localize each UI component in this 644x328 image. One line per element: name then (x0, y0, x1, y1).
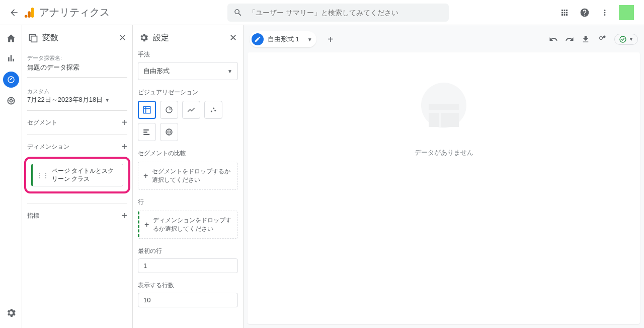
svg-point-13 (213, 108, 214, 109)
svg-point-26 (620, 36, 626, 42)
technique-value: 自由形式 (143, 67, 170, 76)
metrics-title: 指標 (27, 212, 39, 220)
rail-home-icon[interactable] (4, 31, 18, 45)
avatar[interactable] (619, 5, 634, 20)
rows-drop-text: ディメンションをドロップするか選択してください (153, 216, 232, 233)
technique-select[interactable]: 自由形式 ▼ (138, 62, 238, 80)
viz-geo-button[interactable] (160, 123, 178, 141)
viz-table-button[interactable] (138, 101, 156, 119)
rail-settings-icon[interactable] (4, 306, 18, 320)
app-title: アナリティクス (39, 6, 110, 19)
segments-title: セグメント (27, 118, 57, 127)
svg-point-12 (211, 111, 212, 112)
date-value: 7月22日～2023年8月18日 (27, 95, 103, 104)
dimension-chip-label: ページ タイトルとスクリーン クラス (52, 167, 119, 183)
dimension-chip[interactable]: ⋮⋮ ページ タイトルとスクリーン クラス (31, 164, 123, 186)
viz-scatter-button[interactable] (204, 101, 222, 119)
add-segment-button[interactable]: + (121, 117, 127, 128)
edit-icon (252, 33, 264, 45)
first-row-label: 最初の行 (138, 247, 238, 255)
viz-line-button[interactable] (182, 101, 200, 119)
canvas-tab[interactable]: 自由形式 1 ▼ (250, 31, 316, 47)
download-icon[interactable] (581, 35, 590, 44)
dropdown-icon: ▼ (227, 69, 232, 74)
svg-point-14 (214, 110, 216, 111)
date-picker[interactable]: 7月22日～2023年8月18日 ▼ (27, 95, 127, 104)
settings-panel-title: 設定 (153, 33, 225, 43)
more-icon[interactable] (599, 7, 611, 19)
variables-close-icon[interactable]: ✕ (119, 32, 126, 43)
empty-state-text: データがありません (415, 148, 473, 157)
svg-rect-16 (143, 132, 147, 133)
add-dimension-button[interactable]: + (121, 141, 127, 153)
undo-icon[interactable] (549, 35, 558, 44)
rows-shown-label: 表示する行数 (138, 281, 238, 290)
add-metric-button[interactable]: + (121, 210, 127, 222)
viz-bar-button[interactable] (138, 123, 156, 141)
first-row-input[interactable]: 1 (138, 258, 238, 273)
viz-donut-button[interactable] (160, 101, 178, 119)
dimension-chip-highlight: ⋮⋮ ページ タイトルとスクリーン クラス (24, 157, 130, 193)
svg-rect-1 (28, 11, 31, 18)
exploration-name-value[interactable]: 無題のデータ探索 (27, 63, 127, 72)
variables-icon (28, 33, 38, 43)
variables-panel-title: 変数 (42, 33, 115, 43)
empty-state-icon (414, 83, 474, 133)
add-tab-button[interactable]: + (323, 31, 339, 47)
rows-drop-area[interactable]: + ディメンションをドロップするか選択してください (138, 211, 238, 239)
search-box[interactable] (227, 4, 449, 22)
settings-close-icon[interactable]: ✕ (229, 32, 237, 43)
svg-rect-8 (143, 106, 150, 113)
help-icon[interactable] (579, 7, 591, 19)
segment-drop-area[interactable]: + セグメントをドロップするか選択してください (138, 162, 238, 190)
visualization-label: ビジュアリゼーション (138, 88, 238, 97)
dimensions-title: ディメンション (27, 143, 69, 151)
settings-icon (139, 33, 149, 43)
exploration-name-label: データ探索名: (27, 54, 127, 62)
date-label: カスタム (27, 88, 127, 95)
ga-logo-icon (24, 7, 35, 19)
canvas-body: データがありません (248, 52, 640, 324)
technique-label: 手法 (138, 50, 238, 59)
status-chip[interactable]: ▼ (614, 34, 638, 45)
drag-handle-icon: ⋮⋮ (37, 172, 49, 179)
rail-advertising-icon[interactable] (4, 94, 18, 108)
svg-point-3 (8, 77, 14, 83)
svg-rect-7 (31, 36, 37, 42)
dropdown-icon: ▼ (105, 97, 110, 103)
search-icon (233, 8, 243, 17)
svg-point-5 (10, 100, 12, 102)
share-icon[interactable] (597, 34, 607, 44)
rail-explore-icon[interactable] (3, 72, 19, 88)
back-button[interactable] (8, 7, 20, 19)
dropdown-icon: ▼ (307, 37, 312, 42)
rows-shown-input[interactable]: 10 (138, 293, 238, 307)
svg-rect-15 (143, 129, 149, 130)
rail-reports-icon[interactable] (4, 51, 18, 65)
rows-label: 行 (138, 198, 238, 207)
canvas-tab-label: 自由形式 1 (268, 35, 299, 44)
svg-rect-0 (31, 7, 34, 17)
segment-compare-label: セグメントの比較 (138, 149, 238, 158)
redo-icon[interactable] (565, 35, 574, 44)
dropdown-icon: ▼ (629, 37, 633, 42)
svg-point-2 (25, 15, 28, 18)
svg-rect-17 (143, 134, 149, 135)
apps-icon[interactable] (558, 7, 571, 19)
segment-drop-text: セグメントをドロップするか選択してください (152, 167, 232, 184)
search-input[interactable] (249, 9, 443, 17)
